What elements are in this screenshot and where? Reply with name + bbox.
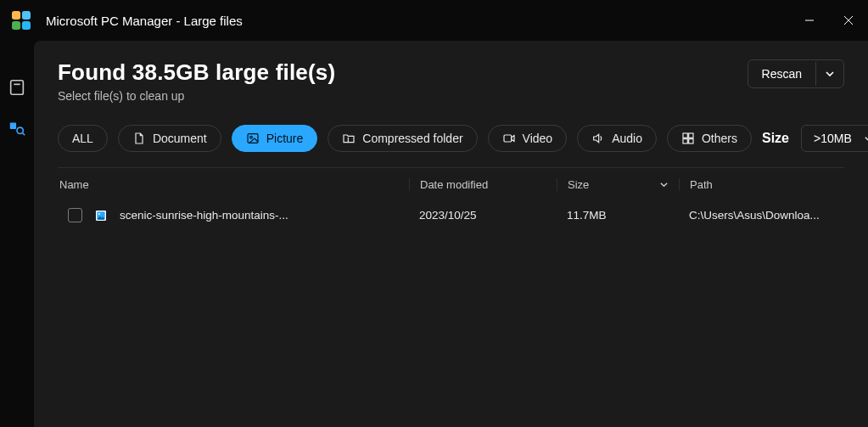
svg-marker-17	[594, 134, 599, 142]
size-label: Size	[762, 131, 789, 146]
chevron-down-icon	[864, 134, 868, 143]
filter-video[interactable]: Video	[488, 125, 568, 152]
audio-icon	[591, 132, 605, 145]
titlebar: Microsoft PC Manager - Large files	[0, 0, 868, 41]
size-dropdown[interactable]: >10MB	[801, 125, 868, 152]
sort-chevron-icon	[659, 180, 669, 189]
close-button[interactable]	[829, 0, 868, 41]
col-size[interactable]: Size	[557, 178, 679, 191]
svg-rect-12	[248, 134, 258, 143]
svg-line-11	[22, 133, 25, 136]
svg-rect-3	[22, 21, 31, 30]
svg-rect-21	[689, 139, 693, 143]
rescan-label: Rescan	[748, 60, 815, 87]
minimize-button[interactable]	[790, 0, 829, 41]
svg-point-10	[17, 127, 23, 133]
svg-rect-9	[10, 123, 16, 129]
nav-storage-icon[interactable]	[8, 78, 26, 97]
svg-rect-2	[12, 21, 20, 30]
row-checkbox[interactable]	[68, 208, 82, 222]
svg-rect-15	[504, 135, 512, 142]
filter-all[interactable]: ALL	[58, 125, 108, 152]
svg-rect-18	[683, 133, 687, 138]
svg-rect-0	[12, 11, 20, 20]
svg-rect-19	[689, 133, 693, 138]
svg-rect-20	[683, 139, 687, 143]
app-title: Microsoft PC Manager - Large files	[46, 14, 243, 28]
content-pane: Found 38.5GB large file(s) Select file(s…	[34, 41, 868, 427]
table-row[interactable]: scenic-sunrise-high-mountains-... 2023/1…	[58, 201, 844, 229]
page-subtitle: Select file(s) to clean up	[58, 89, 335, 103]
col-path[interactable]: Path	[679, 178, 844, 191]
col-date[interactable]: Date modified	[409, 178, 557, 191]
col-name[interactable]: Name	[58, 178, 409, 191]
filter-document[interactable]: Document	[118, 125, 221, 152]
filter-audio[interactable]: Audio	[577, 125, 657, 152]
svg-point-24	[98, 213, 100, 215]
page-title: Found 38.5GB large file(s)	[58, 59, 335, 86]
file-size: 11.7MB	[557, 209, 679, 222]
nav-search-icon[interactable]	[8, 119, 26, 138]
svg-rect-1	[22, 11, 31, 20]
column-headers: Name Date modified Size Path	[58, 168, 844, 201]
rescan-button[interactable]: Rescan	[748, 59, 844, 88]
svg-rect-7	[11, 81, 24, 95]
file-date: 2023/10/25	[409, 209, 557, 222]
rescan-chevron-icon[interactable]	[815, 62, 843, 86]
filter-compressed[interactable]: Compressed folder	[328, 125, 477, 152]
app-logo-icon	[12, 11, 31, 30]
filter-others[interactable]: Others	[667, 125, 752, 152]
file-name: scenic-sunrise-high-mountains-...	[120, 209, 288, 222]
others-icon	[681, 132, 695, 145]
svg-point-13	[249, 136, 252, 138]
video-icon	[502, 132, 516, 145]
left-rail	[0, 41, 34, 427]
filter-picture[interactable]: Picture	[232, 125, 318, 152]
compressed-folder-icon	[342, 132, 356, 145]
file-path: C:\Users\Asus\Downloa...	[679, 209, 844, 222]
filter-row: ALL Document Picture Compressed folder V…	[58, 125, 844, 168]
picture-icon	[246, 132, 260, 145]
image-file-icon	[94, 209, 108, 222]
document-icon	[132, 132, 146, 145]
